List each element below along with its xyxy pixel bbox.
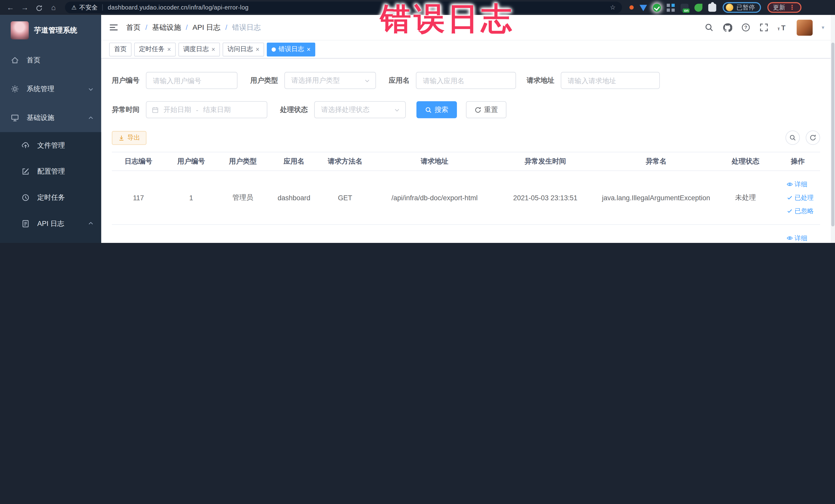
sidebar: 芋道管理系统 首页 系统管理 基础设施 <box>0 15 101 243</box>
tab-access-log[interactable]: 访问日志 × <box>223 42 264 56</box>
github-icon[interactable] <box>722 23 732 32</box>
home-icon <box>11 56 20 64</box>
gear-icon <box>11 85 20 93</box>
close-icon[interactable]: × <box>307 46 311 53</box>
request-url-input[interactable] <box>561 72 660 89</box>
breadcrumb-item-api-log[interactable]: API 日志 <box>192 23 221 32</box>
user-type-select[interactable]: 请选择用户类型 <box>284 72 376 89</box>
tab-scheduled-jobs[interactable]: 定时任务 × <box>134 42 176 56</box>
reset-button[interactable]: 重置 <box>466 101 506 118</box>
tab-label: 错误日志 <box>279 45 304 54</box>
tab-label: 调度日志 <box>183 45 209 54</box>
column-header: 请求地址 <box>371 157 498 166</box>
update-label: 更新 <box>773 3 785 11</box>
calendar-icon <box>152 106 159 113</box>
browser-reload-icon[interactable] <box>32 3 46 12</box>
search-icon <box>789 134 796 141</box>
extension-grid-icon[interactable] <box>667 3 675 11</box>
breadcrumb: 首页 / 基础设施 / API 日志 / 错误日志 <box>126 23 261 32</box>
mark-ignored-link[interactable]: 已忽略 <box>787 206 814 216</box>
filter-label-exception-time: 异常时间 <box>112 105 140 115</box>
exception-time-range-picker[interactable]: 开始日期 - 结束日期 <box>146 101 267 118</box>
paused-label: 已暂停 <box>736 3 755 11</box>
extension-shield-icon[interactable] <box>640 5 647 11</box>
extension-orange-icon[interactable] <box>629 5 634 10</box>
search-icon <box>425 106 432 113</box>
page-url[interactable]: dashboard.yudao.iocoder.cn/infra/log/api… <box>108 4 249 11</box>
sidebar-item-config-manage[interactable]: 配置管理 <box>0 158 101 184</box>
mark-processed-link[interactable]: 已处理 <box>787 193 814 202</box>
process-status-select[interactable]: 请选择处理状态 <box>314 101 406 118</box>
browser-back-icon[interactable]: ← <box>3 3 18 12</box>
sidebar-item-file-manage[interactable]: 文件管理 <box>0 132 101 158</box>
refresh-icon <box>474 106 481 113</box>
chevron-up-icon <box>88 115 94 121</box>
column-header: 异常名 <box>592 157 720 166</box>
extension-leaf-icon[interactable] <box>694 3 702 11</box>
sidebar-submenu-infra: 文件管理 配置管理 定时任务 API 日志 <box>0 132 101 243</box>
cloud-upload-icon <box>21 141 30 149</box>
extension-check-icon[interactable] <box>653 3 661 11</box>
table-row: 116 1 管理员 dashboard GET /api/infra/db-do… <box>112 225 820 243</box>
font-size-icon[interactable]: тT <box>777 23 788 32</box>
extension-switch-icon[interactable]: on <box>680 3 688 11</box>
scrollbar-thumb[interactable] <box>831 43 834 226</box>
sidebar-item-infra[interactable]: 基础设施 <box>0 103 101 132</box>
browser-update-button[interactable]: 更新 ⋮ <box>767 2 801 13</box>
profile-paused-chip[interactable]: 已暂停 <box>722 2 760 13</box>
tab-schedule-log[interactable]: 调度日志 × <box>178 42 220 56</box>
search-button[interactable]: 搜索 <box>416 101 457 118</box>
close-icon[interactable]: × <box>211 46 216 53</box>
hamburger-icon[interactable] <box>101 23 126 31</box>
sidebar-item-label: API 日志 <box>37 219 88 228</box>
column-header: 日志编号 <box>112 157 165 166</box>
breadcrumb-separator: / <box>225 23 227 31</box>
cell-exception: java.lang.IllegalArgumentException <box>592 194 720 202</box>
security-label[interactable]: 不安全 <box>79 3 98 11</box>
refresh-table-button[interactable] <box>806 130 820 145</box>
cell-user-id: 1 <box>165 194 217 202</box>
address-bar[interactable]: ⚠ 不安全 dashboard.yudao.iocoder.cn/infra/l… <box>65 2 622 13</box>
detail-label: 详细 <box>794 180 807 189</box>
sidebar-item-label: 配置管理 <box>37 166 94 176</box>
close-icon[interactable]: × <box>167 46 171 53</box>
detail-link[interactable]: 详细 <box>787 234 807 243</box>
address-divider <box>102 4 103 11</box>
column-header: 操作 <box>771 157 824 166</box>
cell-actions: 详细 已处理 已忽略 <box>771 180 824 216</box>
app-name-input[interactable] <box>416 72 516 89</box>
bookmark-star-icon[interactable]: ☆ <box>610 4 615 11</box>
search-icon[interactable] <box>705 23 714 32</box>
detail-link[interactable]: 详细 <box>787 180 807 189</box>
breadcrumb-item-home[interactable]: 首页 <box>126 23 141 32</box>
download-icon <box>118 135 125 141</box>
sidebar-item-label: 定时任务 <box>37 193 94 202</box>
fullscreen-icon[interactable] <box>759 23 768 32</box>
breadcrumb-item-error-log: 错误日志 <box>232 23 261 32</box>
export-button[interactable]: 导出 <box>112 131 147 144</box>
sidebar-item-api-log[interactable]: API 日志 <box>0 210 101 237</box>
app-logo[interactable]: 芋道管理系统 <box>0 15 101 46</box>
detail-label: 详细 <box>794 234 807 243</box>
user-avatar[interactable] <box>797 20 813 36</box>
browser-menu-icon[interactable]: ⋮ <box>789 4 795 11</box>
help-icon[interactable]: ? <box>741 23 750 32</box>
check-icon <box>787 194 793 201</box>
sidebar-item-system[interactable]: 系统管理 <box>0 75 101 103</box>
close-icon[interactable]: × <box>256 46 260 53</box>
extensions-puzzle-icon[interactable] <box>708 3 716 11</box>
tab-home[interactable]: 首页 <box>109 42 131 56</box>
browser-forward-icon[interactable]: → <box>18 3 32 12</box>
browser-home-icon[interactable]: ⌂ <box>46 3 61 12</box>
sidebar-item-scheduled-jobs[interactable]: 定时任务 <box>0 184 101 210</box>
user-menu-caret-icon[interactable]: ▾ <box>822 24 824 30</box>
sidebar-item-access-log[interactable]: 访问日志 <box>0 237 101 243</box>
ignored-label: 已忽略 <box>794 206 814 216</box>
user-id-input[interactable] <box>146 72 238 89</box>
sidebar-item-home[interactable]: 首页 <box>0 46 101 75</box>
check-icon <box>787 208 793 214</box>
svg-text:T: T <box>781 24 786 32</box>
tab-error-log[interactable]: 错误日志 × <box>267 42 315 56</box>
toggle-search-button[interactable] <box>786 130 800 145</box>
breadcrumb-item-infra[interactable]: 基础设施 <box>152 23 181 32</box>
